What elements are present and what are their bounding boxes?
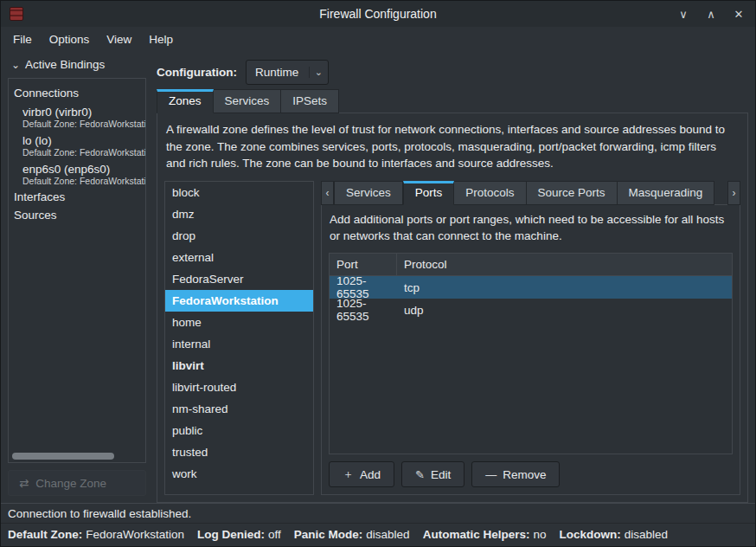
remove-button-label: Remove bbox=[503, 468, 546, 481]
ports-panel: Add additional ports or port ranges, whi… bbox=[321, 204, 740, 495]
table-row[interactable]: 1025-65535 tcp bbox=[330, 276, 732, 299]
tab-services-sub[interactable]: Services bbox=[334, 181, 403, 205]
status-default-zone: Default Zone:FedoraWorkstation bbox=[8, 528, 184, 541]
sidebar: ⌄ Active Bindings Connections virbr0 (vi… bbox=[1, 51, 150, 503]
protocol-cell: udp bbox=[397, 304, 431, 317]
ports-table-header: Port Protocol bbox=[330, 254, 732, 276]
close-icon[interactable]: ✕ bbox=[731, 8, 746, 21]
table-empty-area bbox=[330, 321, 732, 454]
connection-name: enp6s0 (enp6s0) bbox=[22, 163, 145, 176]
horizontal-scrollbar[interactable] bbox=[12, 453, 114, 460]
edit-button[interactable]: ✎ Edit bbox=[401, 461, 464, 487]
window-controls: ∨ ∧ ✕ bbox=[676, 8, 746, 21]
zone-item-dmz[interactable]: dmz bbox=[165, 203, 313, 225]
ports-table: Port Protocol 1025-65535 tcp 1025-65535 … bbox=[329, 253, 733, 454]
zone-settings: ‹ Services Ports Protocols Source Ports … bbox=[321, 181, 740, 495]
menubar: File Options View Help bbox=[1, 27, 755, 51]
zone-item-internal[interactable]: internal bbox=[165, 333, 313, 355]
status-label: Panic Mode: bbox=[294, 528, 363, 541]
zone-item-libvirt[interactable]: libvirt bbox=[165, 355, 313, 376]
status-label: Default Zone: bbox=[8, 528, 82, 541]
zone-settings-tabbar: ‹ Services Ports Protocols Source Ports … bbox=[321, 181, 740, 205]
zones-description: A firewalld zone defines the level of tr… bbox=[157, 113, 747, 177]
zones-panel: A firewalld zone defines the level of tr… bbox=[157, 113, 748, 503]
active-bindings-header[interactable]: ⌄ Active Bindings bbox=[8, 56, 146, 78]
tab-scroll-left-icon[interactable]: ‹ bbox=[321, 181, 334, 205]
connection-item-lo[interactable]: lo (lo) Default Zone: FedoraWorkstation bbox=[9, 131, 145, 159]
zone-item-public[interactable]: public bbox=[165, 420, 313, 441]
app-icon bbox=[10, 7, 23, 21]
tab-masquerading[interactable]: Masquerading bbox=[618, 181, 715, 205]
zone-item-drop[interactable]: drop bbox=[165, 225, 313, 247]
tab-zones[interactable]: Zones bbox=[157, 89, 214, 113]
zone-list: block dmz drop external FedoraServer Fed… bbox=[164, 181, 314, 495]
active-bindings-label: Active Bindings bbox=[25, 58, 105, 71]
chevron-down-icon: ⌄ bbox=[11, 59, 20, 71]
firewall-configuration-window: Firewall Configuration ∨ ∧ ✕ File Option… bbox=[0, 0, 756, 547]
ports-description: Add additional ports or port ranges, whi… bbox=[322, 205, 740, 248]
connection-name: lo (lo) bbox=[22, 134, 145, 147]
minimize-icon[interactable]: ∨ bbox=[676, 8, 691, 21]
port-cell: 1025-65535 bbox=[330, 297, 397, 323]
edit-icon: ✎ bbox=[415, 468, 425, 481]
connection-name: virbr0 (virbr0) bbox=[22, 106, 145, 119]
zone-item-work[interactable]: work bbox=[165, 463, 313, 485]
titlebar: Firewall Configuration ∨ ∧ ✕ bbox=[1, 1, 755, 27]
status-lockdown: Lockdown:disabled bbox=[559, 528, 668, 541]
connection-default-zone: Default Zone: FedoraWorkstation bbox=[22, 176, 145, 186]
tab-ipsets[interactable]: IPSets bbox=[281, 89, 339, 113]
bindings-panel: Connections virbr0 (virbr0) Default Zone… bbox=[8, 78, 146, 463]
edit-button-label: Edit bbox=[431, 468, 451, 481]
menu-view[interactable]: View bbox=[98, 30, 140, 48]
tab-protocols[interactable]: Protocols bbox=[454, 181, 526, 205]
configuration-dropdown[interactable]: Runtime ⌄ bbox=[246, 60, 329, 85]
status-value: disabled bbox=[366, 528, 409, 541]
connection-default-zone: Default Zone: FedoraWorkstation bbox=[22, 119, 145, 129]
zone-item-external[interactable]: external bbox=[165, 247, 313, 268]
zone-item-block[interactable]: block bbox=[165, 182, 313, 203]
configuration-row: Configuration: Runtime ⌄ bbox=[157, 56, 748, 87]
chevron-down-icon: ⌄ bbox=[309, 67, 323, 78]
ports-actions: ＋ Add ✎ Edit — Remove bbox=[322, 454, 740, 494]
status-panic-mode: Panic Mode:disabled bbox=[294, 528, 410, 541]
zone-item-trusted[interactable]: trusted bbox=[165, 441, 313, 463]
zone-item-libvirt-routed[interactable]: libvirt-routed bbox=[165, 376, 313, 398]
connection-item-virbr0[interactable]: virbr0 (virbr0) Default Zone: FedoraWork… bbox=[9, 102, 145, 131]
status-label: Automatic Helpers: bbox=[423, 528, 530, 541]
maximize-icon[interactable]: ∧ bbox=[703, 8, 719, 21]
column-header-protocol[interactable]: Protocol bbox=[397, 254, 454, 275]
remove-button[interactable]: — Remove bbox=[471, 461, 560, 487]
connection-status: Connection to firewalld established. bbox=[1, 503, 755, 523]
configuration-label: Configuration: bbox=[157, 66, 237, 79]
status-value: no bbox=[533, 528, 546, 541]
menu-file[interactable]: File bbox=[4, 30, 41, 48]
connection-item-enp6s0[interactable]: enp6s0 (enp6s0) Default Zone: FedoraWork… bbox=[9, 159, 145, 188]
status-log-denied: Log Denied:off bbox=[197, 528, 281, 541]
zone-item-fedoraserver[interactable]: FedoraServer bbox=[165, 268, 313, 290]
menu-options[interactable]: Options bbox=[41, 30, 99, 48]
zone-item-nm-shared[interactable]: nm-shared bbox=[165, 398, 313, 420]
interfaces-header[interactable]: Interfaces bbox=[9, 188, 145, 206]
statusbar: Default Zone:FedoraWorkstation Log Denie… bbox=[1, 523, 755, 546]
menu-help[interactable]: Help bbox=[140, 30, 182, 48]
connections-header: Connections bbox=[9, 84, 145, 102]
add-button-label: Add bbox=[360, 468, 381, 481]
tab-services[interactable]: Services bbox=[214, 89, 282, 113]
remove-icon: — bbox=[485, 468, 497, 481]
tab-scroll-right-icon[interactable]: › bbox=[727, 181, 740, 205]
tab-ports[interactable]: Ports bbox=[403, 181, 455, 205]
add-button[interactable]: ＋ Add bbox=[329, 461, 394, 487]
column-header-port[interactable]: Port bbox=[330, 254, 397, 275]
zone-item-home[interactable]: home bbox=[165, 312, 313, 333]
change-zone-icon: ⇄ bbox=[19, 476, 29, 490]
protocol-cell: tcp bbox=[397, 281, 426, 294]
sources-header[interactable]: Sources bbox=[9, 206, 145, 224]
add-icon: ＋ bbox=[343, 467, 354, 482]
zone-item-fedoraworkstation[interactable]: FedoraWorkstation bbox=[165, 290, 313, 312]
tab-source-ports[interactable]: Source Ports bbox=[527, 181, 618, 205]
window-title: Firewall Configuration bbox=[1, 7, 755, 21]
table-row[interactable]: 1025-65535 udp bbox=[330, 299, 732, 321]
change-zone-button[interactable]: ⇄ Change Zone bbox=[8, 470, 146, 496]
status-label: Log Denied: bbox=[197, 528, 265, 541]
main-area: Configuration: Runtime ⌄ Zones Services … bbox=[150, 51, 755, 503]
